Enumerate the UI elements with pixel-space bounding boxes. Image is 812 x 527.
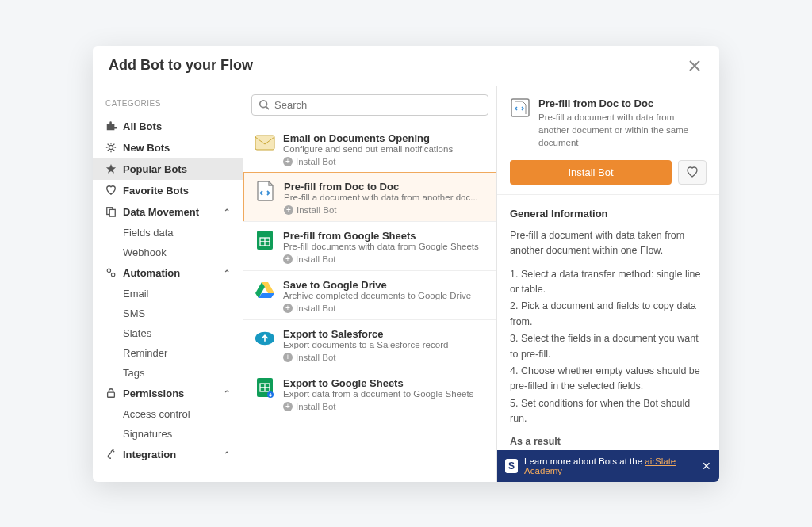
- bot-item[interactable]: Save to Google DriveArchive completed do…: [243, 270, 496, 319]
- sidebar-sub-slates[interactable]: Slates: [93, 323, 243, 343]
- install-bot-link[interactable]: Install Bot: [283, 402, 485, 411]
- detail-panel: Pre-fill from Doc to Doc Pre-fill a docu…: [497, 86, 719, 482]
- sidebar-group-label: Integration: [123, 449, 176, 460]
- svg-point-7: [108, 456, 109, 458]
- puzzle-icon: [105, 120, 117, 132]
- academy-icon: S: [505, 459, 518, 473]
- sidebar-sub-webhook[interactable]: Webhook: [93, 242, 243, 262]
- close-button[interactable]: [686, 57, 703, 74]
- sidebar-group-data-movement[interactable]: Data Movement⌃: [93, 201, 243, 223]
- sidebar-sub-fields-data[interactable]: Fields data: [93, 223, 243, 242]
- sidebar-group-label: Data Movement: [123, 206, 199, 218]
- bot-name: Email on Documents Opening: [283, 132, 485, 144]
- bot-icon: [255, 230, 275, 250]
- close-icon: [689, 60, 700, 71]
- install-bot-link[interactable]: Install Bot: [283, 254, 485, 264]
- sidebar-item-label: Favorite Bots: [123, 185, 189, 197]
- sidebar-group-integration[interactable]: Integration⌃: [93, 444, 243, 465]
- bot-list-panel: Email on Documents OpeningConfigure and …: [243, 86, 497, 482]
- general-info-heading: General Information: [510, 206, 707, 222]
- chevron-up-icon: ⌃: [224, 269, 230, 277]
- bot-item[interactable]: Email on Documents OpeningConfigure and …: [243, 124, 496, 173]
- install-bot-link[interactable]: Install Bot: [284, 205, 485, 215]
- svg-rect-5: [108, 392, 115, 397]
- sidebar-group-permissions[interactable]: Permissions⌃: [93, 383, 243, 404]
- detail-subtitle: Pre-fill a document with data from anoth…: [538, 111, 707, 149]
- install-bot-link[interactable]: Install Bot: [283, 353, 485, 362]
- lock-icon: [105, 388, 117, 399]
- bot-list[interactable]: Email on Documents OpeningConfigure and …: [243, 124, 496, 482]
- academy-banner: S Learn more about Bots at the airSlate …: [497, 450, 719, 482]
- sidebar: CATEGORIES All BotsNew BotsPopular BotsF…: [93, 86, 243, 482]
- sidebar-group-automation[interactable]: Automation⌃: [93, 262, 243, 284]
- search-input[interactable]: [274, 99, 481, 111]
- sidebar-sub-reminder[interactable]: Reminder: [93, 343, 243, 363]
- bot-description: Export documents to a Salesforce record: [283, 340, 485, 349]
- chevron-up-icon: ⌃: [224, 450, 230, 459]
- search-box[interactable]: [251, 94, 488, 116]
- bot-name: Save to Google Drive: [283, 279, 485, 291]
- svg-point-3: [107, 269, 110, 272]
- install-bot-link[interactable]: Install Bot: [283, 157, 485, 166]
- sidebar-item-label: Popular Bots: [123, 163, 187, 175]
- sidebar-heading: CATEGORIES: [93, 96, 243, 116]
- sidebar-sub-email[interactable]: Email: [93, 284, 243, 304]
- detail-header: Pre-fill from Doc to Doc Pre-fill a docu…: [497, 86, 719, 195]
- detail-step: 1. Select a data transfer method: single…: [510, 267, 707, 298]
- modal-body: CATEGORIES All BotsNew BotsPopular BotsF…: [93, 86, 719, 482]
- detail-intro: Pre-fill a document with data taken from…: [510, 228, 707, 259]
- bot-item[interactable]: Export to Google SheetsExport data from …: [243, 369, 496, 418]
- chevron-up-icon: ⌃: [224, 208, 230, 216]
- sidebar-item-popular-bots[interactable]: Popular Bots: [93, 158, 243, 180]
- bot-icon: [255, 377, 275, 398]
- svg-point-0: [109, 145, 113, 149]
- star-icon: [105, 163, 117, 174]
- bot-name: Pre-fill from Doc to Doc: [284, 181, 485, 193]
- favorite-button[interactable]: [678, 160, 707, 185]
- install-bot-link[interactable]: Install Bot: [283, 304, 485, 313]
- result-heading: As a result: [510, 436, 561, 447]
- detail-step: 4. Choose whether empty values should be…: [510, 364, 707, 395]
- copy-icon: [105, 206, 117, 217]
- sidebar-sub-tags[interactable]: Tags: [93, 363, 243, 383]
- bot-item[interactable]: Pre-fill from Doc to DocPre-fill a docum…: [243, 172, 496, 222]
- heart-icon: [686, 166, 699, 178]
- chevron-up-icon: ⌃: [224, 389, 230, 398]
- bot-description: Pre-fill documents with data from Google…: [283, 242, 485, 251]
- bot-description: Archive completed documents to Google Dr…: [283, 291, 485, 300]
- detail-title: Pre-fill from Doc to Doc: [538, 97, 707, 109]
- bot-icon: [255, 181, 276, 201]
- search-wrap: [243, 86, 496, 124]
- banner-close-button[interactable]: ✕: [702, 460, 711, 472]
- bot-icon: [255, 279, 275, 300]
- detail-step: 5. Set conditions for when the Bot shoul…: [510, 396, 707, 427]
- gears-icon: [105, 267, 117, 278]
- svg-point-4: [111, 273, 114, 276]
- bot-description: Export data from a document to Google Sh…: [283, 389, 485, 399]
- sidebar-item-all-bots[interactable]: All Bots: [93, 116, 243, 137]
- sidebar-item-label: All Bots: [123, 120, 162, 132]
- modal-header: Add Bot to your Flow: [93, 46, 719, 86]
- detail-bot-icon: [510, 97, 530, 118]
- sidebar-item-new-bots[interactable]: New Bots: [93, 137, 243, 158]
- heart-icon: [105, 185, 117, 196]
- detail-body: General Information Pre-fill a document …: [497, 195, 719, 482]
- sidebar-item-label: New Bots: [123, 142, 170, 154]
- bot-name: Export to Salesforce: [283, 328, 485, 340]
- bot-item[interactable]: Export to SalesforceExport documents to …: [243, 319, 496, 369]
- svg-point-6: [113, 451, 115, 453]
- bot-icon: [255, 132, 275, 153]
- bot-item[interactable]: Pre-fill from Google SheetsPre-fill docu…: [243, 221, 496, 270]
- svg-rect-9: [255, 136, 274, 150]
- add-bot-modal: Add Bot to your Flow CATEGORIES All Bots…: [93, 46, 719, 482]
- bot-description: Configure and send out email notificatio…: [283, 144, 485, 154]
- sidebar-sub-signatures[interactable]: Signatures: [93, 424, 243, 444]
- sidebar-item-favorite-bots[interactable]: Favorite Bots: [93, 180, 243, 201]
- sidebar-sub-access-control[interactable]: Access control: [93, 404, 243, 424]
- gear-icon: [105, 142, 117, 153]
- detail-step: 3. Select the fields in a document you w…: [510, 331, 707, 362]
- search-icon: [259, 99, 270, 110]
- install-bot-button[interactable]: Install Bot: [510, 160, 672, 185]
- sidebar-group-label: Permissions: [123, 388, 184, 399]
- sidebar-sub-sms[interactable]: SMS: [93, 304, 243, 323]
